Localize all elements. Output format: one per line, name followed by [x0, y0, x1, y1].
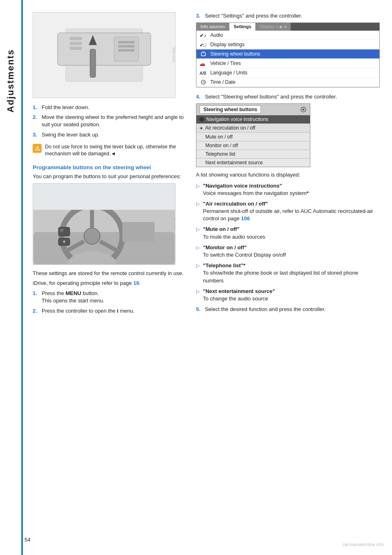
right-step-num-3: 3.	[196, 13, 203, 19]
swb-item-nav-label: Navigation voice instructions	[206, 116, 268, 122]
warning-icon: ⚠	[33, 144, 42, 153]
step-s2: 2. Press the controller to open the i me…	[33, 307, 184, 315]
idrive-text: iDrive, for operating principle refer to…	[33, 280, 184, 287]
step-num-3: 3.	[33, 131, 39, 139]
swb-header-label: Steering wheel buttons	[200, 105, 261, 114]
swb-item-mute: Mute on / off	[196, 133, 310, 141]
page-link-106[interactable]: 106	[241, 215, 250, 222]
bullet-title-2: "Air recirculation on / off"	[203, 201, 268, 207]
svg-rect-7	[70, 47, 82, 50]
menu-language: A/B Language / Units	[196, 68, 379, 78]
steering-column-image: VNS 01/01	[33, 12, 176, 98]
swb-settings-icon	[300, 106, 307, 113]
step-text-s2: Press the controller to open the i menu.	[42, 307, 135, 315]
bullet-content-2: "Air recirculation on / off" Permanent s…	[203, 200, 380, 223]
svg-point-17	[84, 228, 100, 244]
bullet-desc-1: Voice messages from the navigation syste…	[203, 190, 309, 196]
step-num-5: 5.	[196, 306, 203, 312]
swb-items-list: Navigation voice instructions + Air reci…	[196, 115, 310, 167]
bullet-air: ▷ "Air recirculation on / off" Permanent…	[196, 200, 380, 223]
step-text-1: Fold the lever down.	[42, 104, 89, 111]
bullet-next: ▷ "Next entertainment source" To change …	[196, 288, 380, 302]
menu-steering-buttons: Steering wheel buttons	[196, 49, 379, 59]
bullet-desc-4: To switch the Control Display on/off	[203, 252, 286, 258]
bullet-content-3: "Mute on / off" To mute the audio source…	[203, 226, 380, 240]
bullet-content-6: "Next entertainment source" To change th…	[203, 288, 380, 302]
i-symbol: i	[117, 308, 118, 314]
bullet-title-4: "Monitor on / off"	[203, 244, 247, 251]
step-num-s1: 1.	[33, 290, 39, 304]
step-3: 3. Swing the lever back up.	[33, 131, 184, 139]
svg-point-41	[303, 108, 305, 110]
menu-audio-label: Audio	[210, 32, 223, 38]
idrive-page-link[interactable]: 16	[133, 280, 139, 286]
step-text-2: Move the steering wheel to the preferred…	[42, 114, 184, 128]
screenshot-menu: ✔♪ Audio ✔□ Display settings Steering wh…	[196, 31, 379, 87]
menu-display-settings: ✔□ Display settings	[196, 40, 379, 49]
steering-wheel-buttons-screenshot: Steering wheel buttons Navigation voice …	[196, 103, 310, 167]
page-number: 54	[24, 537, 30, 543]
vehicle-icon: 🚗	[200, 60, 207, 66]
svg-rect-21	[58, 227, 70, 236]
svg-rect-5	[70, 37, 82, 40]
step-text-3: Swing the lever back up.	[42, 131, 100, 139]
swb-item-telephone: Telephone list	[196, 150, 310, 159]
step-s1: 1. Press the MENU button.This opens the …	[33, 290, 184, 304]
step-num-4: 4.	[196, 94, 203, 100]
svg-rect-3	[90, 49, 96, 77]
menu-vehicle: 🚗 Vehicle / Tires	[196, 59, 379, 68]
step-1: 1. Fold the lever down.	[33, 104, 184, 111]
svg-line-39	[203, 82, 205, 83]
bullet-content-5: "Telephone list"* To show/hide the phone…	[203, 262, 380, 284]
initial-steps: 1. Fold the lever down. 2. Move the stee…	[33, 104, 184, 139]
swb-header-bar: Steering wheel buttons	[196, 104, 310, 115]
tab-display: Display o ▶ ●	[256, 23, 291, 31]
bullet-title-3: "Mute on / off"	[203, 226, 240, 232]
svg-line-34	[205, 55, 206, 56]
menu-display-label: Display settings	[210, 42, 245, 47]
bullet-content-4: "Monitor on / off" To switch the Control…	[203, 244, 380, 259]
menu-bold: MENU	[66, 290, 81, 296]
swb-item-monitor: Monitor on / off	[196, 141, 310, 150]
step-num-1: 1.	[33, 104, 39, 111]
info-sources-screenshot: Info sources Settings Display o ▶ ● ✔♪ A…	[196, 22, 380, 87]
svg-rect-11	[118, 49, 135, 51]
bullet-title-5: "Telephone list"*	[203, 262, 245, 269]
swb-item-next: Next entertainment source	[196, 159, 310, 167]
swb-item-nav: Navigation voice instructions	[196, 115, 310, 124]
svg-text:✔□: ✔□	[200, 43, 206, 47]
right-column: 3. Select "Settings" and press the contr…	[196, 12, 380, 320]
svg-rect-26	[33, 184, 175, 210]
bullet-mute: ▷ "Mute on / off" To mute the audio sour…	[196, 226, 380, 240]
menu-audio: ✔♪ Audio	[196, 31, 379, 40]
steering-wheel-image: + SZ 01/01	[33, 183, 176, 265]
bullet-title-1: "Navigation voice instructions"	[203, 183, 282, 189]
step-text-s1: Press the MENU button.This opens the sta…	[42, 290, 105, 304]
watermark: carmanualonline.info	[342, 542, 384, 547]
plus-icon: +	[200, 125, 203, 131]
bullet-arrow-6: ▷	[196, 288, 200, 302]
step-2: 2. Move the steering wheel to the prefer…	[33, 114, 184, 128]
bullet-arrow-4: ▷	[196, 244, 200, 259]
sidebar: Adjustments	[0, 0, 21, 555]
section-heading: Programmable buttons on the steering whe…	[33, 164, 184, 170]
time-icon	[200, 79, 207, 85]
bullet-arrow-2: ▷	[196, 201, 200, 223]
main-content: VNS 01/01 1. Fold the lever down. 2. Mov…	[24, 0, 392, 332]
display-settings-icon: ✔□	[200, 42, 207, 47]
step4-label: Select "Steering wheel buttons" and pres…	[205, 94, 337, 100]
star-1: *	[307, 190, 309, 196]
bullet-desc-2: Permanent shut-off of outside air, refer…	[203, 208, 373, 222]
bullet-desc-3: To mute the audio sources	[203, 234, 265, 240]
language-icon: A/B	[200, 70, 207, 76]
sidebar-bar	[21, 0, 23, 555]
warning-box: ⚠ Do not use force to swing the lever ba…	[33, 143, 184, 158]
svg-text:A/B: A/B	[200, 71, 206, 76]
warning-text: Do not use force to swing the lever back…	[45, 143, 184, 158]
step4-text: 4. Select "Steering wheel buttons" and p…	[196, 93, 380, 101]
tab-info-sources: Info sources	[196, 23, 229, 31]
bullet-desc-6: To change the audio source	[203, 295, 268, 302]
step5: 5. Select the desired function and press…	[196, 306, 380, 313]
svg-rect-10	[118, 45, 135, 47]
screenshot-tabs: Info sources Settings Display o ▶ ●	[196, 23, 379, 31]
